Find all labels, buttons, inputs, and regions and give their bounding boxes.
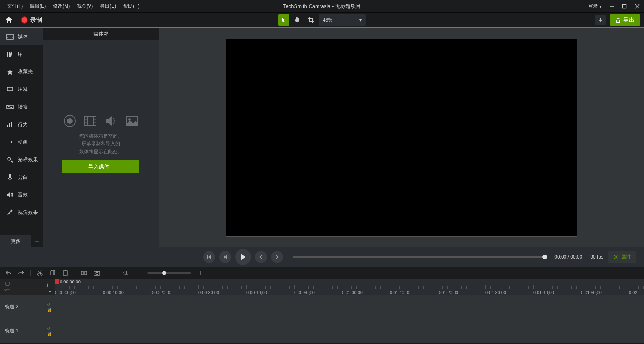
split-button[interactable]	[80, 269, 88, 277]
preview-canvas[interactable]	[226, 39, 577, 237]
zoom-dropdown[interactable]: 46% ▾	[319, 14, 366, 26]
export-button[interactable]: 导出	[610, 14, 640, 26]
svg-rect-50	[96, 271, 98, 272]
pan-tool[interactable]	[292, 14, 303, 26]
select-tool[interactable]	[278, 14, 289, 26]
close-button[interactable]	[634, 4, 640, 9]
image-icon	[125, 114, 139, 128]
track-lock-icon[interactable]: 🔒	[47, 308, 52, 312]
sidebar-item-transitions[interactable]: 转换	[0, 98, 43, 116]
svg-rect-17	[7, 125, 8, 127]
ruler-label: 0:00:20;00	[151, 290, 171, 295]
login-button[interactable]: 登录 ▾	[588, 3, 602, 10]
snapshot-button[interactable]	[93, 269, 100, 277]
add-track-button[interactable]: +	[44, 281, 51, 289]
sidebar-item-audio-effects[interactable]: 音效	[0, 186, 43, 204]
audio-icon	[6, 191, 14, 198]
menu-bar: 文件(F) 编辑(E) 修改(M) 视图(V) 导出(E) 帮助(H)	[4, 1, 143, 11]
share-icon	[615, 17, 621, 23]
home-button[interactable]	[4, 15, 14, 25]
track-lock-icon[interactable]: 🔒	[47, 332, 52, 336]
record-circle-icon	[63, 114, 77, 128]
titlebar: 文件(F) 编辑(E) 修改(M) 视图(V) 导出(E) 帮助(H) Tech…	[0, 0, 644, 13]
track-toggle-icon[interactable]: ↺	[47, 302, 52, 307]
prev-frame-button[interactable]	[203, 251, 215, 263]
svg-line-52	[126, 274, 128, 275]
menu-file[interactable]: 文件(F)	[4, 1, 26, 11]
next-frame-button[interactable]	[219, 251, 231, 263]
film-icon	[84, 114, 97, 128]
menu-edit[interactable]: 编辑(E)	[27, 1, 49, 11]
sidebar-item-favorites[interactable]: 收藏夹	[0, 63, 43, 81]
download-button[interactable]	[595, 15, 606, 25]
zoom-out-button[interactable]: −	[135, 269, 142, 277]
magnet-icons	[4, 281, 11, 293]
timeline: + ▾ 轨道 2 ↺ 🔒 轨道 1 ↺ 🔒 0:00:00;00 0:00:00…	[0, 279, 644, 343]
next-marker-button[interactable]	[271, 251, 283, 263]
timeline-content[interactable]: 0:00:00;00 0:00:00;000:00:10;000:00:20;0…	[55, 279, 644, 343]
sidebar-item-media[interactable]: 媒体	[0, 28, 43, 45]
sidebar-item-visual-effects[interactable]: 视觉效果	[0, 204, 43, 221]
redo-button[interactable]	[18, 269, 25, 277]
track-header-2[interactable]: 轨道 2 ↺ 🔒	[0, 295, 55, 319]
paste-button[interactable]	[62, 269, 69, 277]
ruler-label: 0:01:40;00	[533, 290, 554, 295]
cut-button[interactable]	[36, 269, 43, 277]
playback-scrubber[interactable]	[293, 256, 545, 258]
zoom-search-icon	[122, 269, 129, 277]
crop-tool[interactable]	[305, 14, 316, 26]
sidebar-more-button[interactable]: 更多	[0, 235, 31, 247]
sidebar-item-cursor-effects[interactable]: 光标效果	[0, 151, 43, 168]
zoom-in-button[interactable]: +	[197, 269, 204, 277]
main-area: 媒体 库 收藏夹 注释 转换 行为 动画 光标效果	[0, 28, 644, 247]
prev-marker-button[interactable]	[255, 251, 267, 263]
cursor-icon	[6, 156, 14, 163]
media-empty-text: 您的媒体箱是空的。 屏幕录制和导入的 媒体将显示在此处。	[79, 132, 122, 156]
ruler-label: 0:00:50;00	[294, 290, 315, 295]
menu-export[interactable]: 导出(E)	[97, 1, 119, 11]
zoom-slider-handle[interactable]	[162, 271, 166, 275]
properties-button[interactable]: 属性	[608, 251, 636, 263]
chevron-down-icon: ▾	[599, 4, 602, 9]
ruler-label: 0:00:10;00	[103, 290, 124, 295]
menu-help[interactable]: 帮助(H)	[120, 1, 143, 11]
svg-point-37	[615, 256, 617, 258]
track-row-2[interactable]	[55, 295, 644, 319]
sidebar-item-behaviors[interactable]: 行为	[0, 116, 43, 133]
import-media-button[interactable]: 导入媒体...	[62, 160, 139, 173]
svg-rect-11	[7, 52, 8, 57]
maximize-button[interactable]	[622, 4, 627, 9]
speaker-icon	[104, 114, 118, 128]
sidebar-item-animations[interactable]: 动画	[0, 133, 43, 151]
media-bin-header: 媒体箱	[43, 28, 159, 40]
track-header-1[interactable]: 轨道 1 ↺ 🔒	[0, 319, 55, 343]
timeline-zoom-slider[interactable]	[147, 272, 191, 274]
menu-modify[interactable]: 修改(M)	[50, 1, 73, 11]
scrubber-handle[interactable]	[542, 255, 547, 259]
menu-view[interactable]: 视图(V)	[74, 1, 96, 11]
sidebar-item-narration[interactable]: 旁白	[0, 168, 43, 186]
timeline-ruler[interactable]: 0:00:00;00 0:00:00;000:00:10;000:00:20;0…	[55, 279, 644, 295]
sidebar-item-annotations[interactable]: 注释	[0, 81, 43, 98]
ruler-label: 0:01:50;00	[581, 290, 602, 295]
ruler-label: 0:00:30;00	[198, 290, 219, 295]
fps-display: 30 fps	[590, 254, 603, 260]
track-row-1[interactable]	[55, 319, 644, 343]
track-toggle-icon[interactable]: ↺	[47, 326, 52, 331]
library-icon	[6, 51, 14, 58]
playhead-marker[interactable]	[55, 279, 59, 284]
svg-rect-13	[10, 52, 12, 57]
sidebar-item-library[interactable]: 库	[0, 45, 43, 63]
minimize-button[interactable]	[609, 4, 615, 9]
copy-button[interactable]	[49, 269, 56, 277]
record-button[interactable]: 录制	[21, 16, 42, 24]
sidebar: 媒体 库 收藏夹 注释 转换 行为 动画 光标效果	[0, 28, 43, 247]
media-icon	[6, 33, 14, 40]
ruler-label: 0:01:30;00	[485, 290, 506, 295]
play-button[interactable]	[235, 249, 251, 265]
collapse-tracks-button[interactable]: ▾	[49, 289, 51, 293]
sidebar-add-button[interactable]: +	[31, 235, 43, 247]
svg-line-16	[7, 105, 13, 109]
chevron-down-icon: ▾	[359, 17, 362, 23]
undo-button[interactable]	[5, 269, 12, 277]
